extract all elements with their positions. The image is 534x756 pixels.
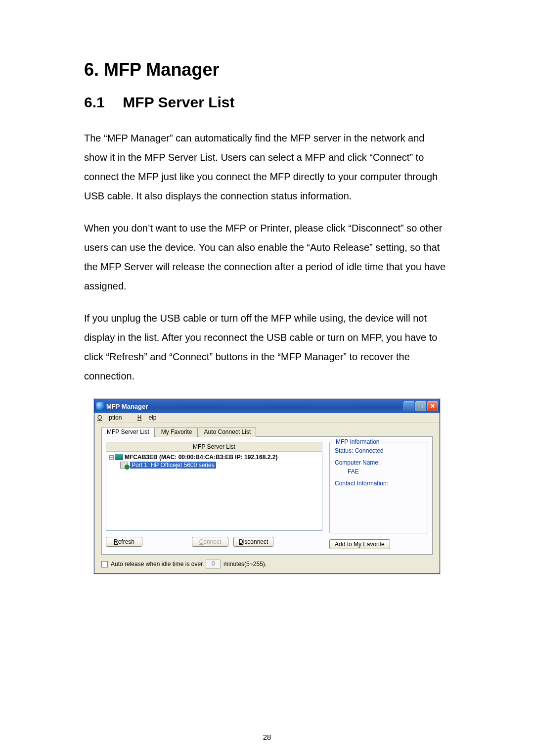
heading-section: 6.1 MFP Server List — [84, 94, 450, 111]
printer-icon — [120, 462, 128, 469]
screenshot-embed: MFP Manager _ □ ✕ Option Help MFP Server… — [94, 399, 440, 574]
tabstrip: MFP Server List My Favorite Auto Connect… — [101, 427, 433, 437]
tab-mfp-server-list[interactable]: MFP Server List — [101, 427, 155, 437]
paragraph: When you don’t want to use the MFP or Pr… — [84, 219, 450, 296]
titlebar: MFP Manager _ □ ✕ — [94, 399, 440, 413]
heading-chapter: 6. MFP Manager — [84, 59, 450, 80]
group-legend: MFP Information — [334, 438, 381, 445]
auto-release-row: Auto release when idle time is over 0 mi… — [101, 560, 433, 568]
tree-port-row[interactable]: Port 1: HP Officejet 5600 series — [120, 462, 319, 469]
button-row: Refresh Connect Disconnect — [106, 537, 322, 547]
contact-info-label: Contact Information: — [335, 480, 423, 487]
disconnect-button[interactable]: Disconnect — [233, 537, 273, 547]
auto-release-label-before: Auto release when idle time is over — [111, 561, 203, 567]
server-icon — [115, 454, 123, 460]
computer-name-value: FAE — [348, 468, 423, 475]
collapse-icon[interactable]: − — [109, 455, 114, 460]
heading-section-title: MFP Server List — [123, 94, 234, 110]
mfp-information-group: MFP Information Status: Connected Comput… — [329, 442, 428, 533]
server-list-header: MFP Server List — [106, 442, 322, 452]
refresh-button[interactable]: Refresh — [106, 537, 142, 547]
maximize-button[interactable]: □ — [415, 401, 426, 411]
auto-release-label-after: minutes(5~255). — [223, 561, 267, 567]
tab-auto-connect-list[interactable]: Auto Connect List — [199, 427, 257, 437]
connect-button[interactable]: Connect — [192, 537, 228, 547]
status-line: Status: Connected — [335, 447, 423, 454]
auto-release-checkbox[interactable] — [101, 561, 108, 567]
page-number: 28 — [0, 733, 534, 741]
computer-name-label: Computer Name: — [335, 459, 423, 466]
server-label: MFCAB3EB (MAC: 00:00:B4:CA:B3:EB IP: 192… — [125, 454, 277, 461]
heading-section-number: 6.1 — [84, 94, 119, 111]
tree-server-row[interactable]: − MFCAB3EB (MAC: 00:00:B4:CA:B3:EB IP: 1… — [109, 454, 319, 461]
menubar: Option Help — [94, 413, 440, 423]
tab-panel: MFP Server List − MFCAB3EB (MAC: 00:00:B… — [101, 436, 433, 555]
port-label: Port 1: HP Officejet 5600 series — [130, 462, 216, 469]
app-icon — [96, 402, 104, 410]
mfp-manager-dialog: MFP Manager _ □ ✕ Option Help MFP Server… — [94, 399, 440, 574]
menu-option[interactable]: Option — [97, 414, 129, 421]
close-button[interactable]: ✕ — [427, 401, 438, 411]
info-column: MFP Information Status: Connected Comput… — [329, 442, 428, 549]
auto-release-minutes-input[interactable]: 0 — [206, 560, 221, 568]
server-tree[interactable]: − MFCAB3EB (MAC: 00:00:B4:CA:B3:EB IP: 1… — [106, 452, 322, 531]
dialog-body: MFP Server List My Favorite Auto Connect… — [94, 423, 440, 573]
window-title: MFP Manager — [106, 403, 401, 410]
minimize-button[interactable]: _ — [403, 401, 414, 411]
server-list-column: MFP Server List − MFCAB3EB (MAC: 00:00:B… — [106, 442, 322, 549]
add-to-favorite-button[interactable]: Add to My Favorite — [329, 539, 390, 549]
paragraph: If you unplug the USB cable or turn off … — [84, 309, 450, 386]
window-controls: _ □ ✕ — [403, 401, 438, 411]
paragraph: The “MFP Manager” can automatically find… — [84, 129, 450, 206]
menu-help[interactable]: Help — [137, 414, 157, 421]
tab-my-favorite[interactable]: My Favorite — [156, 427, 198, 437]
